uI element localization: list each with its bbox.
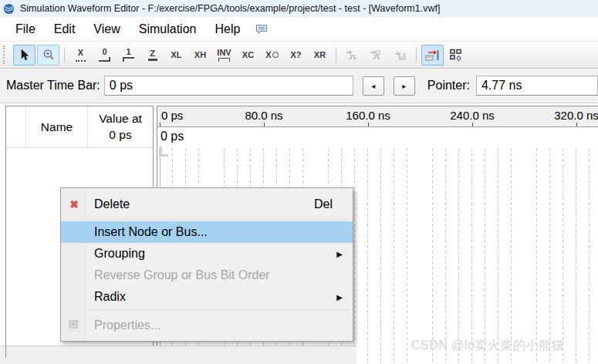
force-high-label: 1 [126,48,130,56]
app-icon [3,3,15,15]
ruler-label-0: 0 ps [161,109,183,122]
panel-border [5,345,6,358]
run-functional-icon [346,49,360,60]
menu-item-insert-node-or-bus[interactable]: Insert Node or Bus... [61,221,353,243]
force-weak-high-button[interactable]: XH [189,45,211,66]
menu-item-grouping[interactable]: Grouping ▶ [61,243,353,265]
low-wave-icon [99,57,110,62]
arbitrary-value-label: X? [290,50,301,59]
insert-node-label: Insert Node or Bus... [94,225,208,239]
force-high-button[interactable]: 1 [117,45,140,66]
z-wave-icon [148,59,157,61]
overwrite-clock-button[interactable]: X [261,45,283,66]
update-display-button[interactable] [445,45,468,66]
update-display-icon [449,49,464,61]
force-high-impedance-button[interactable]: Z [141,45,164,66]
menu-item-delete[interactable]: ✖ Delete Del [61,190,353,217]
force-weak-low-button[interactable]: XL [165,45,188,66]
invert-label: INV [217,49,231,57]
force-low-label: 0 [102,48,106,56]
feedback-icon[interactable] [255,24,268,35]
delete-icon: ✖ [67,198,81,211]
ruler-tick [472,123,473,126]
menu-simulation[interactable]: Simulation [130,21,206,38]
delete-label: Delete [94,197,130,211]
ruler-label-3: 240.0 ns [450,109,495,122]
value-column-header[interactable]: Value at 0 ps [88,106,153,147]
ruler-tick [368,123,369,126]
name-column-header[interactable]: Name [26,106,88,147]
zoom-tool-button[interactable] [37,45,59,66]
pointer-value: 4.77 ns [481,79,522,93]
step-right-button[interactable]: ▸ [394,76,415,96]
toolbar-grip[interactable] [3,46,9,64]
reverse-group-label: Reverse Group or Bus Bit Order [94,268,270,282]
run-functional-simulation-button [341,45,363,66]
toolbar-separator [64,47,65,63]
bottom-strip [0,345,356,364]
context-menu: ✖ Delete Del Insert Node or Bus... Group… [60,187,353,342]
step-left-button[interactable]: ◂ [363,76,384,96]
name-header-label: Name [41,120,73,134]
master-time-bar-handle-icon[interactable] [159,147,168,157]
force-low-button[interactable]: 0 [93,45,116,66]
snap-to-transition-icon [425,49,441,61]
signal-panel-header: Name Value at 0 ps [6,106,153,148]
ruler-label-2: 160.0 ns [346,109,390,122]
force-highz-label: Z [150,49,155,58]
toolbar-separator [416,47,417,63]
magnifier-icon [42,49,55,61]
value-header-line2: 0 ps [109,127,131,143]
invert-button[interactable]: INV [213,45,235,66]
clock-x-label: X [265,50,271,59]
master-time-bar-row: Master Time Bar: ◂ ▸ Pointer: 4.77 ns [0,69,598,103]
count-value-button[interactable]: XC [237,45,259,66]
menu-bar: File Edit View Simulation Help [0,17,598,42]
submenu-arrow-icon: ▶ [336,250,353,258]
menu-help[interactable]: Help [205,21,249,38]
ruler-tick [576,123,577,126]
master-time-marker-label: 0 ps [160,130,184,143]
selection-column-header [6,106,26,147]
run-timing-simulation-button [365,45,387,66]
high-wave-icon [123,57,134,62]
arbitrary-value-button[interactable]: X? [285,45,307,66]
pointer-value-field: 4.77 ns [476,76,598,96]
menu-item-properties: Properties... [61,312,353,339]
ruler-label-1: 80.0 ns [245,109,282,122]
radix-label: Radix [94,290,126,304]
step-right-icon: ▸ [402,82,406,90]
save-simulation-icon [394,49,407,60]
menu-separator [86,309,350,310]
menu-item-reverse-group: Reverse Group or Bus Bit Order [61,265,353,286]
menu-file[interactable]: File [6,21,45,38]
pointer-label: Pointer: [427,79,470,93]
square-wave-icon [218,58,230,62]
ruler-label-4: 320.0 ns [554,109,598,122]
toolbar-separator [336,47,336,63]
weak-high-label: XH [194,50,206,59]
properties-icon [67,318,81,332]
run-timing-icon [370,49,383,60]
force-unknown-button[interactable]: X [69,45,92,66]
clock-icon [272,52,279,58]
selection-tool-button[interactable] [13,45,35,66]
random-value-button[interactable]: XR [309,45,331,66]
menu-edit[interactable]: Edit [45,21,85,38]
watermark-text: CSDN @lo卖火柴的小熊猫 [411,338,564,354]
cursor-icon [19,49,30,61]
window-title: Simulation Waveform Editor - F:/exercise… [20,3,440,14]
save-simulation-button [389,45,411,66]
master-time-bar-input[interactable] [104,76,353,96]
ruler-tick [264,123,265,126]
random-value-label: XR [314,50,326,59]
menu-view[interactable]: View [84,21,129,38]
count-value-label: XC [242,50,254,59]
menu-item-radix[interactable]: Radix ▶ [61,286,353,308]
step-left-icon: ◂ [371,82,375,90]
weak-low-label: XL [171,50,181,59]
time-ruler[interactable]: 0 ps 80.0 ns 160.0 ns 240.0 ns 320.0 ns [157,106,598,127]
title-bar: Simulation Waveform Editor - F:/exercise… [0,0,598,17]
snap-to-transition-button[interactable] [421,45,444,66]
value-header-line1: Value at [99,111,142,126]
